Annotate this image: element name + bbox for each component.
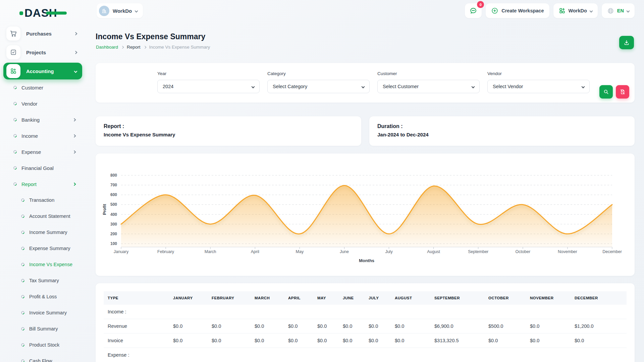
- sidebar-item-financial-goal[interactable]: Financial Goal: [0, 160, 86, 176]
- filter-label: Vendor: [487, 71, 590, 76]
- year-select[interactable]: 2024: [157, 80, 260, 93]
- filter-label: Category: [267, 71, 370, 76]
- breadcrumb-current: Income Vs Expense Summary: [149, 45, 210, 50]
- bullet-icon: [20, 262, 25, 267]
- sidebar-item-vendor[interactable]: Vendor: [0, 96, 86, 112]
- report-card-value: Income Vs Expense Summary: [104, 132, 353, 137]
- chevron-right-icon: [73, 134, 76, 137]
- bullet-icon: [13, 85, 17, 90]
- bullet-icon: [13, 166, 17, 170]
- sidebar: DASH Purchases Projects: [0, 0, 86, 362]
- col-type: TYPE: [104, 291, 169, 305]
- svg-text:January: January: [114, 249, 129, 254]
- sidebar-item-income-vs-expense[interactable]: Income Vs Expense: [0, 256, 86, 273]
- sidebar-item-income[interactable]: Income: [0, 128, 86, 144]
- col-july: JULY: [365, 291, 391, 305]
- sub-item-label: Bill Summary: [29, 326, 58, 331]
- table-header-row: TYPE JANUARY FEBRUARY MARCH APRIL MAY JU…: [104, 291, 627, 305]
- sidebar-item-label: Accounting: [26, 68, 54, 74]
- col-october: OCTOBER: [484, 291, 526, 305]
- chevron-down-icon: [74, 69, 77, 73]
- chevron-right-icon: [74, 32, 77, 35]
- breadcrumb-dashboard[interactable]: Dashboard: [96, 45, 118, 50]
- chevron-right-icon: [121, 46, 124, 48]
- sidebar-item-transaction[interactable]: Transaction: [0, 192, 86, 208]
- breadcrumb-report[interactable]: Report: [127, 45, 141, 50]
- duration-card-title: Duration :: [377, 123, 627, 129]
- svg-text:November: November: [558, 249, 577, 254]
- vendor-select[interactable]: Select Vendor: [487, 80, 590, 93]
- sidebar-item-cash-flow[interactable]: Cash Flow: [0, 353, 86, 362]
- svg-text:July: July: [385, 249, 393, 254]
- bullet-icon: [13, 149, 17, 154]
- page-title: Income Vs Expense Summary: [96, 32, 205, 41]
- sub-item-label: Vendor: [21, 101, 38, 107]
- sub-item-label: Banking: [21, 117, 40, 123]
- sidebar-item-bill-summary[interactable]: Bill Summary: [0, 321, 86, 337]
- svg-text:May: May: [296, 249, 304, 254]
- sidebar-item-expense-summary[interactable]: Expense Summary: [0, 240, 86, 256]
- sub-item-label: Financial Goal: [21, 165, 54, 171]
- bullet-icon: [20, 359, 25, 362]
- sidebar-item-accounting[interactable]: Accounting: [3, 63, 82, 79]
- col-january: JANUARY: [169, 291, 208, 305]
- chevron-down-icon: [362, 85, 365, 88]
- filter-customer: Customer Select Customer: [377, 71, 480, 103]
- chevron-right-icon: [73, 118, 76, 121]
- sidebar-item-profit-loss[interactable]: Profit & Loss: [0, 289, 86, 305]
- bullet-icon: [20, 230, 25, 235]
- bullet-icon: [13, 182, 17, 186]
- clear-filter-icon: [620, 89, 626, 95]
- sidebar-item-account-statement[interactable]: Account Statement: [0, 208, 86, 224]
- col-november: NOVEMBER: [526, 291, 571, 305]
- sidebar-item-income-summary[interactable]: Income Summary: [0, 224, 86, 240]
- report-summary-card: Report : Income Vs Expense Summary: [96, 116, 361, 146]
- chevron-down-icon: [582, 85, 585, 88]
- svg-text:June: June: [340, 249, 349, 254]
- svg-text:600: 600: [110, 192, 117, 197]
- bullet-icon: [20, 343, 25, 347]
- income-expense-table: TYPE JANUARY FEBRUARY MARCH APRIL MAY JU…: [104, 291, 627, 362]
- bullet-icon: [20, 246, 25, 251]
- sub-item-label: Report: [21, 181, 37, 187]
- sidebar-item-expense[interactable]: Expense: [0, 144, 86, 160]
- svg-text:October: October: [516, 249, 530, 254]
- grid-plus-icon: [6, 64, 20, 78]
- reset-filter-button[interactable]: [616, 85, 629, 99]
- sidebar-item-invoice-summary[interactable]: Invoice Summary: [0, 305, 86, 321]
- sidebar-item-projects[interactable]: Projects: [3, 44, 82, 61]
- customer-select-value: Select Customer: [383, 84, 419, 89]
- brand-logo[interactable]: DASH: [19, 7, 57, 19]
- sidebar-item-purchases[interactable]: Purchases: [3, 25, 82, 42]
- sidebar-item-product-stock[interactable]: Product Stock: [0, 337, 86, 353]
- filter-year: Year 2024: [157, 71, 260, 103]
- sidebar-item-customer[interactable]: Customer: [0, 79, 86, 96]
- sidebar-item-label: Projects: [26, 50, 46, 55]
- apply-filter-button[interactable]: [599, 85, 613, 99]
- svg-text:April: April: [251, 249, 259, 254]
- download-report-button[interactable]: [619, 36, 634, 49]
- sidebar-item-banking[interactable]: Banking: [0, 112, 86, 128]
- category-select[interactable]: Select Category: [267, 80, 370, 93]
- sub-item-label: Income Summary: [29, 230, 67, 235]
- col-august: AUGUST: [391, 291, 430, 305]
- chart-ylabel: Profit: [102, 204, 107, 215]
- sub-item-label: Cash Flow: [29, 358, 52, 362]
- bullet-icon: [20, 326, 25, 331]
- bullet-icon: [13, 133, 17, 138]
- duration-card-value: Jan-2024 to Dec-2024: [377, 132, 627, 137]
- profit-area-chart: 800700600500400300200100JanuaryFebruaryM…: [96, 156, 635, 274]
- sub-item-label: Profit & Loss: [29, 294, 57, 299]
- sidebar-item-report[interactable]: Report: [0, 176, 86, 192]
- table-row-revenue: Revenue $0.0 $0.0 $0.0 $0.0 $0.0 $0.0 $0…: [104, 319, 627, 334]
- svg-text:200: 200: [110, 232, 117, 236]
- col-february: FEBRUARY: [208, 291, 251, 305]
- sidebar-item-tax-summary[interactable]: Tax Summary: [0, 273, 86, 289]
- filter-label: Customer: [377, 71, 480, 76]
- customer-select[interactable]: Select Customer: [377, 80, 480, 93]
- income-expense-table-card: TYPE JANUARY FEBRUARY MARCH APRIL MAY JU…: [96, 283, 635, 362]
- filter-actions: [599, 85, 629, 103]
- sub-item-label: Invoice Summary: [29, 310, 67, 315]
- sub-item-label: Income Vs Expense: [29, 262, 72, 267]
- filter-category: Category Select Category: [267, 71, 370, 103]
